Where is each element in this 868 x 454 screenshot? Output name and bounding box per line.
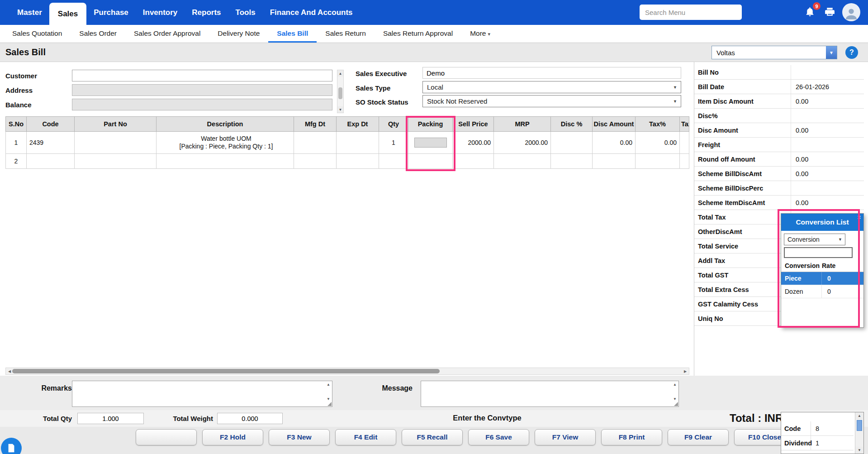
close-icon[interactable]: ✕ [857,215,861,220]
resize-handle[interactable] [674,402,678,406]
scroll-down-icon[interactable]: ▼ [855,447,863,454]
f1-button[interactable] [136,429,197,445]
menu-reports[interactable]: Reports [185,0,228,25]
printer-icon[interactable] [824,6,835,19]
help-icon[interactable]: ? [845,46,858,59]
scroll-down-icon[interactable]: ▼ [337,106,343,113]
total-qty-field[interactable] [77,413,144,424]
cell-mfg-dt[interactable] [294,132,337,154]
menu-master[interactable]: Master [10,0,49,25]
packing-input[interactable] [414,138,447,148]
conversion-type-select[interactable]: Conversion ▼ [784,234,845,245]
cell-code[interactable]: 2439 [27,132,75,154]
search-input[interactable] [640,5,742,20]
scroll-up-icon[interactable]: ▲ [672,382,678,387]
cell-description[interactable] [157,154,294,169]
cell-mrp[interactable]: 2000.00 [494,132,551,154]
cell-sno[interactable]: 2 [5,154,27,169]
resize-handle[interactable] [327,402,332,406]
list-item-dividend[interactable]: Dividend 1 [781,436,854,450]
sales-executive-input[interactable] [422,67,681,79]
cell-exp-dt[interactable] [337,132,379,154]
avatar[interactable] [842,3,860,21]
f4-edit-button[interactable]: F4 Edit [335,429,396,445]
total-weight-field[interactable] [217,413,283,424]
cell-description[interactable]: Water bottle UOM [Packing : Piece, Packi… [157,132,294,154]
scroll-up-icon[interactable]: ▲ [325,382,332,387]
tab-delivery-note[interactable]: Delivery Note [209,25,268,43]
conversion-row-dozen[interactable]: Dozen 0 [781,285,863,298]
scrollbar-thumb[interactable] [857,420,862,431]
f5-recall-button[interactable]: F5 Recall [402,429,463,445]
scroll-right-icon[interactable]: ▶ [682,368,689,374]
scrollbar-thumb[interactable] [338,87,342,99]
tab-sales-order[interactable]: Sales Order [71,25,125,43]
cell-qty[interactable]: 1 [379,132,408,154]
customer-block-scrollbar[interactable]: ▲ ▼ [337,70,344,113]
f3-new-button[interactable]: F3 New [269,429,330,445]
menu-tools[interactable]: Tools [228,0,263,25]
remarks-textarea[interactable] [72,381,325,406]
company-select[interactable]: Voltas ▼ [711,46,837,59]
cell-part-no[interactable] [75,154,157,169]
f8-print-button[interactable]: F8 Print [601,429,662,445]
cell-disc-pct[interactable] [551,154,593,169]
cell-disc-amount[interactable] [593,154,636,169]
cell-tax-pct[interactable]: 0.00 [636,132,680,154]
cell-qty[interactable] [379,154,408,169]
items-grid: S.No Code Part No Description Mfg Dt Exp… [5,116,689,169]
tab-sales-return[interactable]: Sales Return [317,25,375,43]
cell-disc-pct[interactable] [551,132,593,154]
sales-type-select[interactable]: Local ▼ [422,81,681,93]
so-stock-status-select[interactable]: Stock Not Reserved ▼ [422,95,681,107]
chevron-down-icon: ▾ [488,31,490,37]
tab-sales-return-approval[interactable]: Sales Return Approval [375,25,461,43]
scrollbar-thumb[interactable] [12,369,440,373]
f2-hold-button[interactable]: F2 Hold [202,429,263,445]
cell-mfg-dt[interactable] [294,154,337,169]
scroll-down-icon[interactable]: ▼ [672,396,678,401]
cell-part-no[interactable] [75,132,157,154]
col-header-mfg-dt: Mfg Dt [294,116,337,132]
cell-tax-pct[interactable] [636,154,680,169]
tab-sales-bill[interactable]: Sales Bill [268,25,317,43]
conversion-type-value: Conversion [784,236,838,243]
total-weight-label: Total Weight [159,415,213,422]
cell-tax[interactable] [680,154,689,169]
conversion-search-input[interactable] [784,247,853,258]
summary-label: Freight [694,138,791,152]
grid-horizontal-scrollbar[interactable]: ◀ ▶ [5,368,689,375]
sales-type-value: Local [423,83,673,91]
col-header-packing: Packing [408,116,453,132]
cell-sno[interactable]: 1 [5,132,27,154]
f9-clear-button[interactable]: F9 Clear [668,429,729,445]
cell-packing[interactable] [408,154,453,169]
cell-sell-price[interactable]: 2000.00 [453,132,494,154]
menu-sales[interactable]: Sales [49,3,86,25]
code-list-scrollbar[interactable]: ▲ ▼ [855,412,863,454]
chevron-down-icon[interactable]: ▼ [826,46,837,59]
tab-more[interactable]: More▾ [461,25,499,43]
cell-disc-amount[interactable]: 0.00 [593,132,636,154]
description-line2: [Packing : Piece, Packing Qty : 1] [180,143,273,150]
customer-input[interactable] [72,70,332,81]
menu-inventory[interactable]: Inventory [136,0,185,25]
scroll-up-icon[interactable]: ▲ [337,70,343,76]
scroll-down-icon[interactable]: ▼ [325,396,332,401]
f7-view-button[interactable]: F7 View [535,429,596,445]
cell-code[interactable] [27,154,75,169]
cell-sell-price[interactable] [453,154,494,169]
message-textarea[interactable] [421,381,672,406]
menu-finance-and-accounts[interactable]: Finance And Accounts [263,0,360,25]
cell-tax[interactable] [680,132,689,154]
cell-mrp[interactable] [494,154,551,169]
scroll-up-icon[interactable]: ▲ [855,412,863,419]
col-header-disc-amount: Disc Amount [593,116,636,132]
tab-sales-quotation[interactable]: Sales Quotation [4,25,71,43]
f6-save-button[interactable]: F6 Save [468,429,529,445]
cell-exp-dt[interactable] [337,154,379,169]
tab-sales-order-approval[interactable]: Sales Order Approval [125,25,209,43]
menu-purchase[interactable]: Purchase [86,0,136,25]
conversion-row-piece[interactable]: Piece 0 [781,272,863,285]
list-item-code[interactable]: Code 8 [781,421,854,436]
